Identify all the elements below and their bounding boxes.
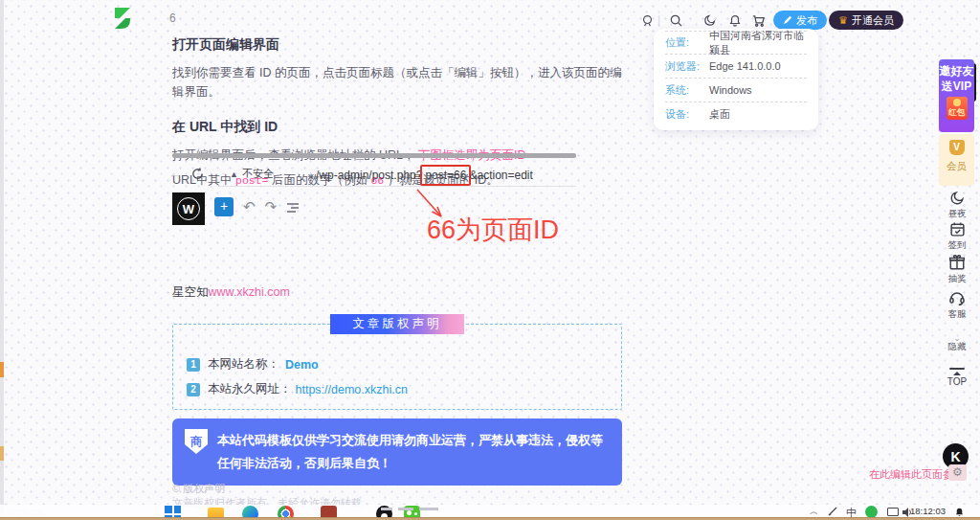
ime-indicator[interactable]: 中: [846, 506, 857, 517]
number-badge-2: 2: [187, 383, 200, 396]
top-line-icon: [949, 368, 965, 370]
cart-icon[interactable]: [750, 12, 767, 29]
toolbar-night-mode[interactable]: 昼夜: [938, 190, 976, 220]
calendar-icon: [949, 221, 966, 237]
number-badge-1: 1: [187, 358, 200, 372]
tray-green-app-icon[interactable]: [865, 506, 878, 517]
copyright-banner: 文章版权声明: [330, 314, 464, 334]
caret-up-icon: [953, 372, 961, 375]
warning-triangle-icon: ▲: [230, 170, 238, 179]
visitor-row-browser: 浏览器: Edge 141.0.0.0: [665, 55, 807, 79]
membership-banner[interactable]: V 会员: [939, 134, 974, 186]
red-packet-icon: 红包: [947, 97, 968, 120]
site-url-link[interactable]: https://demo.xkzhi.cn: [296, 383, 408, 396]
lamp-icon[interactable]: [639, 12, 656, 29]
legal-notice-box: 商 本站代码模板仅供学习交流使用请勿商业运营，严禁从事违法，侵权等任何非法活动，…: [172, 418, 622, 486]
tray-pen-icon[interactable]: [827, 506, 838, 517]
tray-notification-bell-icon[interactable]: [954, 507, 965, 517]
visitor-row-system: 系统: Windows: [665, 79, 807, 102]
visitor-info-card: 位置: 中国河南省漯河市临颍县 浏览器: Edge 141.0.0.0 系统: …: [654, 29, 818, 130]
shield-icon: 商: [185, 429, 208, 454]
notifications-bell-icon[interactable]: [726, 12, 743, 29]
screenshot-address-bar: ← ▲ 不安全 /wp-admin/post.php?post=66&actio…: [172, 161, 576, 187]
windows-start-icon[interactable]: [165, 506, 181, 517]
footer-copyright: © 版权声明: [172, 482, 225, 496]
back-arrow-icon: ←: [168, 167, 181, 181]
toolbar-checkin[interactable]: 签到: [938, 221, 976, 252]
crown-icon: ♛: [838, 14, 848, 27]
file-explorer-icon[interactable]: [208, 508, 224, 517]
list-view-icon: [286, 202, 301, 214]
site-name-value: Demo: [285, 358, 319, 372]
copyright-item-site-url: 2 本站永久网址： https://demo.xkzhi.cn: [187, 381, 608, 397]
tray-expand-chevron[interactable]: ︿: [810, 506, 818, 517]
section-heading-open-editor: 打开页面编辑界面: [172, 36, 622, 54]
headset-icon: [948, 289, 966, 306]
site-logo[interactable]: [112, 7, 133, 30]
toolbar-customer-service[interactable]: 客服: [938, 289, 976, 321]
source-link[interactable]: www.xkzhi.com: [209, 285, 290, 299]
dark-mode-moon-icon[interactable]: [702, 12, 718, 29]
redo-icon: ↷: [265, 199, 278, 214]
header-count: 6: [169, 11, 176, 25]
edge-browser-icon[interactable]: [242, 506, 258, 517]
refresh-icon: [190, 167, 205, 181]
pencil-icon: [783, 15, 792, 25]
footer-links-remnant: [381, 508, 438, 510]
undo-icon: ↶: [243, 199, 256, 214]
invite-vip-banner[interactable]: 邀好友 送VIP 红包: [939, 59, 974, 132]
windows-taskbar: ︿ 中 18:12:03: [0, 505, 980, 517]
paragraph-open-editor: 找到你需要查看 ID 的页面，点击页面标题（或点击「编辑」按钮），进入该页面的编…: [172, 63, 622, 102]
not-secure-label: 不安全: [242, 167, 274, 181]
copyright-declaration-box: 文章版权声明 1 本网站名称： Demo 2 本站永久网址： https://d…: [172, 324, 622, 410]
post-id-highlight-box: post=66: [420, 165, 471, 186]
address-bar-url: /wp-admin/post.php?post=66&action=edit: [316, 165, 533, 186]
search-icon[interactable]: [668, 12, 684, 29]
page-id-annotation: 66为页面ID: [427, 213, 559, 247]
background-window-edge: [0, 0, 4, 520]
section-heading-find-id: 在 URL 中找到 ID: [172, 119, 622, 136]
publish-button[interactable]: 发布: [773, 11, 827, 30]
screenshot-top-bar: [172, 153, 576, 158]
add-block-button: +: [214, 197, 234, 216]
gift-icon: [948, 254, 966, 271]
toolbar-back-to-top[interactable]: TOP: [938, 368, 976, 387]
vip-badge-icon: V: [949, 140, 965, 155]
copyright-item-site-name: 1 本网站名称： Demo: [187, 356, 608, 373]
toolbar-hide[interactable]: ⌄ 隐藏: [938, 333, 976, 353]
tray-clock[interactable]: 18:12:03: [907, 506, 946, 516]
moon-icon: [949, 190, 966, 206]
visitor-row-device: 设备: 桌面: [665, 102, 807, 126]
source-line: 星空知www.xkzhi.com: [172, 284, 290, 301]
tray-display-icon[interactable]: [887, 508, 899, 516]
open-membership-button[interactable]: ♛ 开通会员: [829, 11, 903, 30]
embedded-screenshot: ← ▲ 不安全 /wp-admin/post.php?post=66&actio…: [172, 153, 576, 259]
chrome-browser-icon[interactable]: [278, 506, 294, 517]
header-divider: |: [657, 13, 660, 27]
red-app-icon[interactable]: [321, 506, 337, 517]
wordpress-logo: W: [172, 192, 205, 225]
gear-icon[interactable]: ⚙: [948, 464, 967, 481]
visitor-row-location: 位置: 中国河南省漯河市临颍县: [665, 31, 807, 55]
toolbar-lottery[interactable]: 抽奖: [938, 254, 976, 285]
